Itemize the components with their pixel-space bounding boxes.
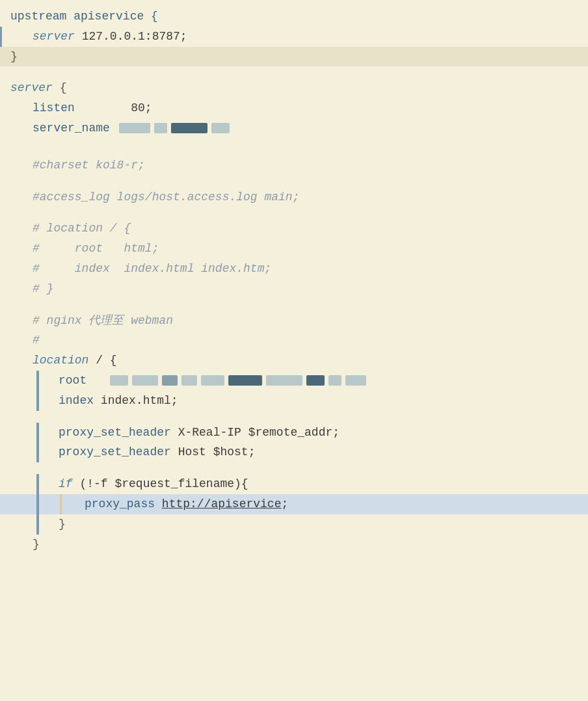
redacted-root-2: [132, 375, 158, 386]
line-comment-close: # }: [0, 279, 588, 299]
line-if-close: }: [0, 514, 588, 535]
line-if: if (!-f $request_filename){: [0, 474, 588, 494]
line-comment-index: # index index.html index.htm;: [0, 259, 588, 279]
root-directive: root: [59, 371, 87, 390]
redacted-1: [119, 123, 150, 133]
server-directive: server 127.0.0.1:8787;: [33, 27, 187, 46]
proxy-set-header-2: proxy_set_header Host $host;: [59, 443, 255, 462]
redacted-root-4: [181, 375, 197, 386]
line-location-open: location / {: [0, 350, 588, 371]
comment-close: # }: [33, 280, 53, 298]
comment-location-open: # location / {: [33, 219, 131, 238]
location-directive: location / {: [33, 351, 117, 370]
line-comment-root: # root html;: [0, 239, 588, 259]
redacted-root-6: [228, 375, 262, 386]
line-comment-nginx: # nginx 代理至 webman: [0, 311, 588, 331]
redacted-2: [154, 123, 167, 133]
line-comment-location: # location / {: [0, 218, 588, 239]
line-location-close: }: [0, 535, 588, 555]
line-proxy-pass: proxy_pass http://apiservice;: [0, 494, 588, 514]
comment-nginx: # nginx 代理至 webman: [33, 311, 173, 330]
line-listen: listen 80;: [0, 98, 588, 118]
index-directive: index index.html;: [59, 391, 178, 410]
line-server-open: server {: [0, 78, 588, 98]
upstream-keyword: upstream apiservice {: [10, 7, 158, 26]
line-access-log-comment: #access_log logs/host.access.log main;: [0, 187, 588, 207]
access-log-comment: #access_log logs/host.access.log main;: [33, 188, 299, 207]
server-keyword: server {: [10, 79, 66, 98]
redacted-root-8: [306, 375, 325, 386]
redacted-root-7: [266, 375, 302, 386]
line-proxy-header-1: proxy_set_header X-Real-IP $remote_addr;: [0, 423, 588, 443]
listen-directive: listen 80;: [33, 99, 152, 118]
line-server-name: server_name: [0, 118, 588, 139]
redacted-3: [171, 123, 207, 133]
line-upstream: upstream apiservice {: [0, 7, 588, 27]
redacted-root-9: [328, 375, 341, 386]
line-root: root: [0, 371, 588, 391]
comment-root: # root html;: [33, 239, 159, 258]
line-index: index index.html;: [0, 391, 588, 411]
redacted-root-10: [345, 375, 366, 386]
server-name-directive: server_name: [33, 119, 110, 138]
line-comment-hash: #: [0, 330, 588, 350]
line-proxy-header-2: proxy_set_header Host $host;: [0, 442, 588, 462]
redacted-4: [211, 123, 230, 133]
upstream-close-brace: }: [10, 47, 18, 66]
comment-index: # index index.html index.htm;: [33, 259, 271, 278]
comment-hash: #: [33, 331, 40, 350]
proxy-pass-directive: proxy_pass http://apiservice;: [85, 495, 288, 514]
charset-comment: #charset koi8-r;: [33, 156, 145, 175]
redacted-root-5: [201, 375, 224, 386]
line-upstream-close: }: [0, 47, 588, 67]
code-viewer: upstream apiservice { server 127.0.0.1:8…: [0, 0, 588, 561]
location-close-brace: }: [33, 535, 40, 554]
proxy-set-header-1: proxy_set_header X-Real-IP $remote_addr;: [59, 423, 340, 442]
line-server-upstream: server 127.0.0.1:8787;: [0, 27, 588, 47]
if-statement: if (!-f $request_filename){: [59, 475, 248, 494]
redacted-root-1: [110, 375, 128, 386]
redacted-root-3: [162, 375, 178, 386]
if-close-brace: }: [59, 515, 66, 534]
line-charset-comment: #charset koi8-r;: [0, 155, 588, 176]
